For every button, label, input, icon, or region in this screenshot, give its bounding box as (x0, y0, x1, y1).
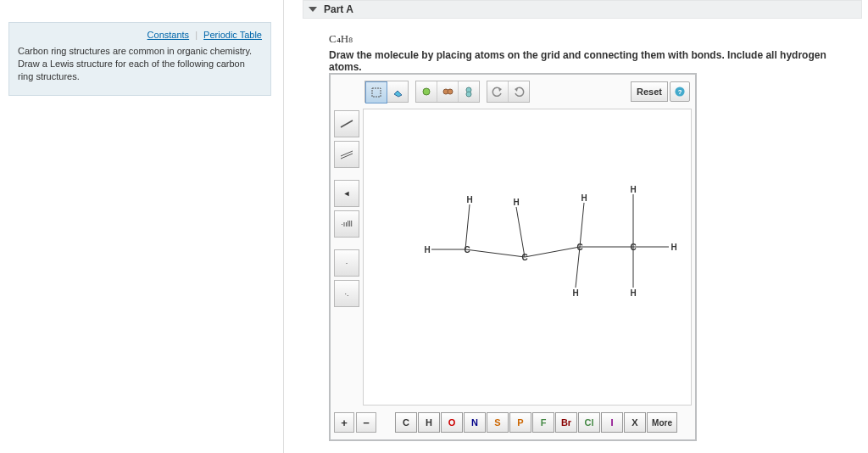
element-p-button[interactable]: P (509, 412, 531, 433)
part-header[interactable]: Part A (303, 0, 862, 19)
chevron-down-icon (309, 7, 317, 12)
element-c-button[interactable]: C (395, 412, 417, 433)
double-bond-tool[interactable] (334, 141, 359, 168)
element-o-button[interactable]: O (441, 412, 463, 433)
molecular-formula: C₄H₈ (329, 32, 353, 46)
svg-marker-7 (498, 87, 502, 92)
atom-h[interactable]: H (630, 288, 636, 298)
atom-c[interactable]: C (630, 243, 636, 252)
atom-tool-2[interactable] (437, 81, 459, 102)
atom-tool-3[interactable] (459, 81, 479, 102)
reference-links: Constants | Periodic Table (18, 30, 262, 40)
context-panel: Constants | Periodic Table Carbon ring s… (8, 22, 271, 96)
top-toolbar (364, 80, 530, 103)
svg-line-20 (576, 247, 580, 288)
element-h-button[interactable]: H (418, 412, 440, 433)
molecule-editor: Reset ? ◄ ·ıılll · ·. (329, 73, 697, 441)
atom-h[interactable]: H (466, 195, 472, 204)
atom-c[interactable]: C (464, 245, 470, 254)
undo-redo-group (487, 81, 530, 103)
svg-line-17 (516, 207, 525, 257)
radical-tool[interactable]: ·. (334, 280, 359, 307)
svg-line-11 (341, 120, 353, 127)
svg-line-15 (465, 204, 470, 249)
element-s-button[interactable]: S (487, 412, 509, 433)
element-i-button[interactable]: I (601, 412, 623, 433)
element-br-button[interactable]: Br (555, 412, 577, 433)
periodic-table-link[interactable]: Periodic Table (203, 30, 262, 40)
app-root: Constants | Periodic Table Carbon ring s… (0, 0, 868, 453)
svg-line-16 (465, 249, 525, 257)
bottom-toolbar: + − C H O N S P F Br Cl I X More (334, 411, 692, 434)
svg-text:?: ? (678, 88, 682, 96)
atom-h[interactable]: H (513, 198, 519, 207)
atom-tool-1[interactable] (416, 81, 437, 102)
vertical-divider (283, 0, 284, 453)
single-bond-tool[interactable] (334, 110, 359, 137)
lone-pair-tool[interactable]: · (334, 249, 359, 277)
more-elements-button[interactable]: More (647, 412, 677, 433)
svg-point-4 (448, 89, 453, 94)
help-button[interactable]: ? (670, 81, 690, 102)
select-tool-button[interactable] (365, 81, 387, 103)
problem-description: Carbon ring structures are common in org… (18, 45, 262, 83)
instruction-text: Draw the molecule by placing atoms on th… (329, 49, 854, 73)
redo-button[interactable] (509, 81, 529, 102)
molecule-drawing: H H H H H H H H C C C C (406, 169, 660, 305)
atom-h[interactable]: H (581, 193, 587, 203)
element-f-button[interactable]: F (532, 412, 554, 433)
svg-line-18 (525, 247, 580, 257)
svg-line-13 (341, 154, 353, 159)
atom-c[interactable]: C (521, 253, 527, 262)
svg-rect-0 (372, 88, 381, 97)
part-label: Part A (324, 3, 353, 15)
link-separator: | (195, 30, 198, 40)
charge-group: + − (334, 412, 376, 433)
atom-h[interactable]: H (670, 243, 676, 252)
undo-button[interactable] (487, 81, 509, 102)
hash-tool[interactable]: ·ıılll (334, 210, 359, 238)
svg-marker-8 (515, 87, 518, 92)
atom-h[interactable]: H (424, 245, 430, 254)
element-n-button[interactable]: N (464, 412, 486, 433)
element-palette: C H O N S P F Br Cl I X More (395, 412, 677, 433)
atom-tool-group (415, 81, 480, 103)
svg-line-12 (341, 151, 353, 156)
svg-point-6 (466, 92, 471, 97)
element-x-button[interactable]: X (624, 412, 646, 433)
wedge-tool[interactable]: ◄ (334, 180, 359, 207)
plus-charge-button[interactable]: + (334, 412, 354, 433)
atom-c[interactable]: C (576, 243, 582, 252)
element-cl-button[interactable]: Cl (578, 412, 600, 433)
atom-h[interactable]: H (630, 185, 636, 194)
bond-lines (406, 169, 677, 313)
side-toolbar: ◄ ·ıılll · ·. (334, 110, 359, 307)
svg-line-19 (580, 203, 584, 247)
constants-link[interactable]: Constants (147, 30, 190, 40)
reset-button[interactable]: Reset (631, 81, 668, 102)
minus-charge-button[interactable]: − (356, 412, 376, 433)
drawing-canvas[interactable]: H H H H H H H H C C C C (363, 109, 692, 405)
erase-tool-button[interactable] (387, 81, 408, 102)
svg-point-2 (423, 88, 430, 95)
atom-h[interactable]: H (572, 288, 578, 298)
draw-tool-group (364, 81, 409, 103)
reset-help-group: Reset ? (631, 81, 690, 102)
svg-marker-1 (394, 91, 402, 97)
